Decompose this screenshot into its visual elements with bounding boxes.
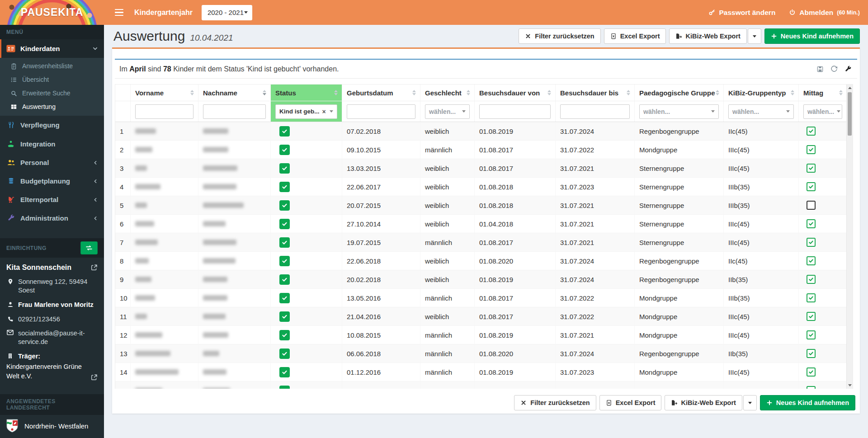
- kibiz-export-button[interactable]: KiBiz-Web Export: [669, 28, 746, 44]
- mittag-checkbox[interactable]: [807, 238, 816, 247]
- sort-icon[interactable]: [467, 90, 470, 95]
- sidebar-item-anwesenheitsliste[interactable]: Anwesenheitsliste: [0, 59, 104, 73]
- refresh-icon[interactable]: [830, 66, 838, 73]
- table-row[interactable]: 2 09.10.2015 männlich 01.08.2017 31.07.2…: [115, 141, 847, 159]
- kibiz-export-button[interactable]: KiBiz-Web Export: [665, 395, 742, 410]
- status-checked-badge[interactable]: [279, 293, 290, 303]
- mittag-checkbox[interactable]: [807, 182, 816, 191]
- switch-facility-button[interactable]: [80, 241, 98, 254]
- sidebar-toggle-icon[interactable]: [113, 6, 125, 19]
- reset-filter-button[interactable]: Filter zurücksetzen: [519, 28, 600, 44]
- sort-icon[interactable]: [263, 90, 266, 95]
- table-row[interactable]: 10 13.05.2016 männlich 01.08.2017 31.07.…: [115, 289, 847, 307]
- excel-export-button[interactable]: Excel Export: [599, 395, 662, 410]
- table-row[interactable]: 8 22.06.2018 weiblich 01.08.2020 31.07.2…: [115, 252, 847, 270]
- scroll-up-button[interactable]: [847, 85, 853, 91]
- mittag-checkbox[interactable]: [807, 145, 816, 154]
- status-checked-badge[interactable]: [279, 330, 290, 340]
- filter-select-status[interactable]: Kind ist geb... ×: [275, 104, 337, 119]
- filter-select-kibiz-gruppentyp[interactable]: wählen...: [728, 104, 794, 119]
- column-header-geburtsdatum[interactable]: Geburtsdatum: [342, 85, 420, 101]
- status-checked-badge[interactable]: [279, 145, 290, 155]
- mittag-checkbox[interactable]: [807, 275, 816, 284]
- table-row[interactable]: 5 20.07.2015 weiblich 01.08.2018 31.07.2…: [115, 196, 847, 215]
- sort-icon[interactable]: [791, 90, 794, 95]
- reset-filter-button[interactable]: Filter zurücksetzen: [514, 395, 596, 410]
- mittag-checkbox[interactable]: [807, 256, 816, 265]
- new-child-button[interactable]: Neues Kind aufnehmen: [764, 28, 860, 44]
- sidebar-item-personal[interactable]: Personal: [0, 153, 104, 172]
- table-row[interactable]: 3 13.03.2015 weiblich 01.08.2017 31.07.2…: [115, 159, 847, 178]
- status-checked-badge[interactable]: [279, 200, 290, 211]
- sidebar-item-budgetplanung[interactable]: Budgetplanung: [0, 172, 104, 190]
- export-options-dropdown-button[interactable]: [748, 28, 761, 44]
- save-icon[interactable]: [816, 66, 824, 73]
- filter-input-nachname[interactable]: [203, 104, 266, 119]
- table-row[interactable]: 1 07.02.2018 weiblich 01.08.2019 31.07.2…: [115, 122, 847, 141]
- status-checked-badge[interactable]: [279, 126, 290, 137]
- scroll-down-button[interactable]: [847, 382, 853, 389]
- filter-input-geburtsdatum[interactable]: [347, 104, 415, 119]
- mittag-checkbox[interactable]: [807, 386, 816, 389]
- status-checked-badge[interactable]: [279, 349, 290, 359]
- filter-select-paedagogische-gruppe[interactable]: wählen...: [639, 104, 719, 119]
- mittag-checkbox[interactable]: [807, 127, 816, 136]
- table-row[interactable]: 13 06.06.2018 männlich 01.08.2020 31.07.…: [115, 344, 847, 363]
- status-checked-badge[interactable]: [279, 182, 290, 192]
- column-header-besuchsdauer-bis[interactable]: Besuchsdauer bis: [556, 85, 635, 101]
- scrollbar-track[interactable]: [847, 91, 853, 382]
- status-checked-badge[interactable]: [279, 274, 290, 285]
- table-row[interactable]: 9 20.02.2018 weiblich 01.08.2019 31.07.2…: [115, 270, 847, 289]
- table-row[interactable]: [115, 381, 847, 389]
- filter-input-besuchsdauer-bis[interactable]: [560, 104, 630, 119]
- table-row[interactable]: 12 10.08.2015 männlich 01.08.2019 31.07.…: [115, 326, 847, 344]
- external-link-icon[interactable]: [90, 264, 98, 271]
- column-header-geschlecht[interactable]: Geschlecht: [420, 85, 475, 101]
- table-row[interactable]: 4 22.06.2017 weiblich 01.08.2018 31.07.2…: [115, 178, 847, 196]
- status-checked-badge[interactable]: [279, 367, 290, 377]
- column-header-kibiz-gruppentyp[interactable]: KiBiz-Gruppentyp: [724, 85, 799, 101]
- sidebar-item-administration[interactable]: Administration: [0, 209, 104, 227]
- status-checked-badge[interactable]: [279, 386, 290, 389]
- column-header-besuchsdauer-von[interactable]: Besuchsdauer von: [475, 85, 556, 101]
- status-checked-badge[interactable]: [279, 311, 290, 322]
- mittag-checkbox[interactable]: [807, 293, 816, 302]
- column-header-status[interactable]: Status: [271, 85, 342, 101]
- filter-select-geschlecht[interactable]: wählen...: [425, 104, 470, 119]
- mittag-checkbox[interactable]: [807, 164, 816, 173]
- sidebar-item-kinderdaten[interactable]: Kinderdaten: [0, 39, 104, 58]
- table-row[interactable]: 6 27.10.2014 weiblich 01.04.2018 31.07.2…: [115, 215, 847, 233]
- export-options-dropdown-button[interactable]: [743, 395, 757, 410]
- excel-export-button[interactable]: Excel Export: [604, 28, 666, 44]
- column-header-paedagogische-gruppe[interactable]: Paedagogische Gruppe: [635, 85, 724, 101]
- scrollbar-thumb[interactable]: [848, 92, 852, 136]
- column-header-mittag[interactable]: Mittag: [799, 85, 847, 101]
- mittag-checkbox[interactable]: [807, 201, 816, 210]
- table-row[interactable]: 11 21.04.2016 weiblich 01.08.2017 31.07.…: [115, 307, 847, 326]
- mittag-checkbox[interactable]: [807, 312, 816, 321]
- sidebar-item-integration[interactable]: Integration: [0, 134, 104, 153]
- table-scrollbar[interactable]: [846, 85, 853, 389]
- status-checked-badge[interactable]: [279, 256, 290, 266]
- sort-icon[interactable]: [190, 90, 194, 95]
- status-checked-badge[interactable]: [279, 219, 290, 229]
- sidebar-item-uebersicht[interactable]: Übersicht: [0, 73, 104, 86]
- sidebar-item-elternportal[interactable]: Elternportal: [0, 190, 104, 209]
- external-link-icon[interactable]: [90, 374, 98, 381]
- change-password-button[interactable]: Passwort ändern: [708, 9, 775, 17]
- column-header-vorname[interactable]: Vorname: [131, 85, 198, 101]
- sidebar-item-erweiterte-suche[interactable]: Erweiterte Suche: [0, 86, 104, 100]
- logout-button[interactable]: Abmelden(60 Min.): [789, 9, 860, 17]
- table-row[interactable]: 7 19.07.2015 männlich 01.08.2017 31.07.2…: [115, 233, 847, 252]
- mittag-checkbox[interactable]: [807, 219, 816, 228]
- mittag-checkbox[interactable]: [807, 367, 816, 377]
- sort-icon[interactable]: [547, 90, 551, 95]
- sort-icon[interactable]: [716, 90, 719, 95]
- mittag-checkbox[interactable]: [807, 349, 816, 358]
- status-checked-badge[interactable]: [279, 163, 290, 174]
- sort-icon[interactable]: [412, 90, 416, 95]
- clear-status-filter-icon[interactable]: ×: [322, 108, 326, 115]
- kindergartenjahr-select[interactable]: 2020 - 2021: [202, 5, 252, 20]
- mittag-checkbox[interactable]: [807, 330, 816, 339]
- column-header-nachname[interactable]: Nachname: [198, 85, 271, 101]
